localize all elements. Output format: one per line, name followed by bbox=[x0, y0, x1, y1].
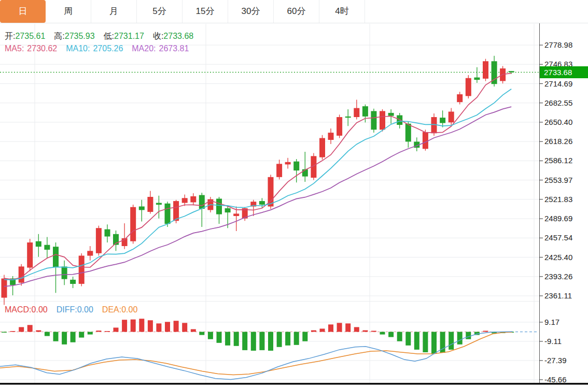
price-axis: 2778.982746.832714.692682.552650.402618.… bbox=[539, 40, 572, 300]
candle-body bbox=[190, 196, 196, 203]
ma5-line bbox=[4, 73, 511, 279]
candle-body bbox=[474, 78, 480, 80]
timeframe-tab-60min[interactable]: 60分 bbox=[274, 0, 319, 23]
macd-bar bbox=[10, 331, 16, 332]
macd-bar bbox=[380, 332, 385, 335]
macd-bar bbox=[88, 332, 93, 335]
macd-bar bbox=[71, 332, 76, 342]
candle-body bbox=[380, 111, 385, 130]
candle-body bbox=[268, 177, 274, 207]
macd-bar bbox=[174, 321, 179, 332]
candle-body bbox=[96, 228, 102, 253]
macd-bar bbox=[45, 332, 50, 336]
high-value: 2735.93 bbox=[65, 32, 95, 41]
ma20-value: 2673.81 bbox=[159, 44, 189, 53]
macd-bar bbox=[225, 332, 230, 346]
macd-axis-label: 9.17 bbox=[544, 318, 559, 326]
timeframe-tab-week[interactable]: 周 bbox=[46, 0, 91, 23]
macd-bar bbox=[345, 323, 351, 332]
macd-info-row: MACD:0.00DIFF:0.00DEA:0.00 bbox=[5, 305, 137, 314]
macd-bar bbox=[449, 332, 454, 350]
candle-body bbox=[216, 199, 222, 214]
candle-body bbox=[337, 117, 342, 136]
diff-value: 0.00 bbox=[77, 305, 93, 314]
candle-body bbox=[328, 133, 334, 140]
price-axis-label: 2489.69 bbox=[544, 214, 572, 223]
macd-bar bbox=[414, 332, 419, 350]
macd-bar bbox=[354, 327, 359, 332]
timeframe-tab-30min[interactable]: 30分 bbox=[228, 0, 274, 23]
candlestick-series bbox=[2, 56, 514, 305]
candle-body bbox=[233, 213, 239, 216]
close-label: 收: bbox=[153, 31, 163, 42]
bottom-border bbox=[0, 383, 588, 385]
dea-value: 0.00 bbox=[121, 305, 137, 314]
price-axis-label: 2778.98 bbox=[544, 40, 572, 49]
macd-bar bbox=[294, 332, 299, 345]
macd-bar bbox=[320, 328, 325, 332]
candle-body bbox=[173, 201, 179, 221]
chart-canvas[interactable]: 2778.982746.832714.692682.552650.402618.… bbox=[0, 0, 588, 387]
candle-body bbox=[199, 195, 205, 209]
timeframe-tab-month[interactable]: 月 bbox=[91, 0, 137, 23]
price-axis-label: 2393.26 bbox=[544, 272, 572, 281]
candle-body bbox=[509, 71, 514, 72]
macd-bar bbox=[251, 332, 256, 351]
macd-axis: 9.17-9.11-27.39-45.66 bbox=[539, 318, 567, 384]
low-value: 2731.17 bbox=[114, 32, 144, 41]
macd-bar bbox=[259, 332, 264, 350]
timeframe-tab-day[interactable]: 日 bbox=[0, 0, 46, 23]
macd-bar bbox=[388, 332, 394, 337]
macd-bar bbox=[27, 325, 33, 332]
macd-bar bbox=[114, 327, 119, 332]
candle-body bbox=[354, 108, 359, 117]
ma5-value: 2730.62 bbox=[27, 44, 57, 53]
candle-body bbox=[457, 94, 463, 102]
macd-bar bbox=[182, 323, 187, 332]
ma10-value: 2705.26 bbox=[93, 44, 123, 53]
kline-chart-app: 日周月5分15分30分60分4时 2778.982746.832714.6926… bbox=[0, 0, 588, 387]
macd-bar bbox=[122, 320, 127, 332]
candle-body bbox=[156, 203, 162, 205]
macd-bar bbox=[277, 332, 282, 347]
macd-bar bbox=[105, 331, 110, 332]
macd-bar bbox=[191, 329, 196, 332]
price-axis-label: 2521.83 bbox=[544, 195, 572, 204]
ma10-label: MA10: bbox=[66, 44, 90, 53]
timeframe-tab-15min[interactable]: 15分 bbox=[183, 0, 228, 23]
macd-axis-label: -27.39 bbox=[544, 356, 567, 365]
candle-body bbox=[139, 207, 145, 210]
candle-body bbox=[388, 113, 394, 116]
macd-label: MACD: bbox=[5, 305, 32, 314]
macd-bar bbox=[457, 332, 463, 345]
candle-body bbox=[285, 162, 291, 165]
timeframe-tab-5min[interactable]: 5分 bbox=[137, 0, 183, 23]
candle-body bbox=[449, 112, 454, 123]
candle-body bbox=[483, 61, 488, 79]
diff-label: DIFF: bbox=[57, 305, 77, 314]
macd-bar bbox=[62, 332, 67, 345]
candle-body bbox=[371, 111, 376, 130]
candle-body bbox=[27, 242, 33, 268]
macd-bar bbox=[466, 332, 471, 339]
price-axis-label: 2682.55 bbox=[544, 98, 572, 107]
macd-bar bbox=[19, 327, 24, 332]
macd-bar bbox=[36, 331, 41, 332]
dea-label: DEA: bbox=[102, 305, 121, 314]
macd-bar bbox=[79, 332, 84, 338]
macd-axis-label: -45.66 bbox=[544, 375, 567, 384]
macd-bar bbox=[311, 331, 316, 332]
timeframe-tabbar: 日周月5分15分30分60分4时 bbox=[0, 0, 588, 23]
macd-bar bbox=[96, 331, 101, 332]
macd-bar bbox=[139, 319, 144, 332]
macd-bar bbox=[131, 320, 136, 332]
macd-bar bbox=[217, 332, 222, 343]
macd-bar bbox=[362, 331, 368, 332]
macd-bar bbox=[199, 332, 204, 335]
macd-bar bbox=[268, 332, 273, 351]
timeframe-tab-4hour[interactable]: 4时 bbox=[319, 0, 365, 23]
macd-axis-label: -9.11 bbox=[544, 337, 562, 346]
macd-histogram bbox=[2, 319, 514, 354]
candle-body bbox=[130, 207, 136, 241]
candle-body bbox=[2, 279, 7, 298]
